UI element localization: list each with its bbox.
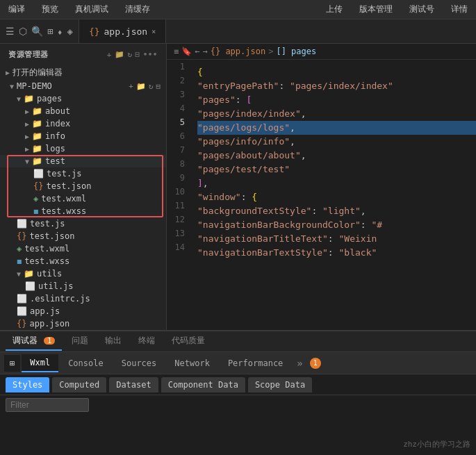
search-icon[interactable]: 🔍 xyxy=(31,26,43,37)
panel-tab-code-quality[interactable]: 代码质量 xyxy=(165,332,212,351)
panel-tab-debugger[interactable]: 调试器 1 xyxy=(6,332,62,351)
close-icon[interactable]: × xyxy=(151,28,156,35)
code-editor[interactable]: { "entryPagePath": "pages/index/index" "… xyxy=(192,60,476,330)
sidebar-item-about[interactable]: ▶ 📁 about xyxy=(0,105,166,117)
sidebar-item-test-json-inner[interactable]: {} test.json xyxy=(0,180,166,192)
code-line: "navigationBarTextStyle": "black" xyxy=(197,246,476,260)
folder-label: logs xyxy=(45,144,65,154)
menu-item-version[interactable]: 版本管理 xyxy=(356,2,395,17)
bottom-panel: 调试器 1 问题 输出 终端 代码质量 ⊞ Wxml Console Sourc… xyxy=(0,330,476,455)
more-icon[interactable]: ••• xyxy=(143,50,158,59)
sidebar-icons: ☰ ⬡ 🔍 ⊞ ⬧ ◈ xyxy=(0,19,79,43)
refresh-icon[interactable]: ↻ xyxy=(127,50,132,59)
breadcrumb-back[interactable]: ← xyxy=(195,47,199,56)
code-line: "pages/about/about", xyxy=(197,149,476,163)
file-label: test.wxss xyxy=(24,256,69,266)
code-line: "window": { xyxy=(197,190,476,204)
sidebar-item-pages[interactable]: ▼ 📁 pages xyxy=(0,92,166,105)
code-line-highlighted: "pages/logs/logs", xyxy=(197,121,476,135)
sidebar-item-info[interactable]: ▶ 📁 info xyxy=(0,130,166,142)
file-label: test.json xyxy=(29,231,74,241)
sidebar-item-utils[interactable]: ▼ 📁 utils xyxy=(0,267,166,280)
breadcrumb-forward[interactable]: → xyxy=(202,47,207,56)
menu-item-clear-cache[interactable]: 清缓存 xyxy=(122,2,153,17)
devtools-tab-wxml[interactable]: Wxml xyxy=(22,354,58,372)
files-icon[interactable]: ⬡ xyxy=(19,26,27,37)
wxml-icon: ◈ xyxy=(17,244,22,254)
menu-item-details[interactable]: 详情 xyxy=(448,2,470,17)
chevron-icon: ▼ xyxy=(17,270,21,278)
breadcrumb-icon: ≡ xyxy=(174,47,179,56)
editor-area: ≡ 🔖 ← → {} app.json > [] pages 1 2 3 4 5… xyxy=(167,44,476,330)
file-label: app.json xyxy=(29,319,69,329)
sidebar-item-test-js[interactable]: ⬜ test.js xyxy=(0,217,166,230)
sidebar-item-util-js[interactable]: ⬜ util.js xyxy=(0,280,166,292)
devtools-icon[interactable]: ⊞ xyxy=(4,355,20,372)
sidebar-item-test-wxml-inner[interactable]: ◈ test.wxml xyxy=(0,192,166,205)
folder-label: about xyxy=(45,106,70,116)
sidebar-item-test-js-inner[interactable]: ⬜ test.js xyxy=(0,167,166,180)
extension-icon[interactable]: ◈ xyxy=(67,26,72,37)
menu-item-test-num[interactable]: 测试号 xyxy=(407,2,437,17)
new-folder-icon[interactable]: 📁 xyxy=(115,50,125,59)
file-label: test.json xyxy=(46,181,91,191)
open-editors-header[interactable]: ▶ 打开的编辑器 xyxy=(0,65,166,80)
menu-item-device-debug[interactable]: 真机调试 xyxy=(72,2,111,17)
editor-tab-app-json[interactable]: {} app.json × xyxy=(79,19,166,43)
code-line: "backgroundTextStyle": "light", xyxy=(197,204,476,218)
sidebar-item-app-json[interactable]: {} app.json xyxy=(0,317,166,330)
sidebar-item-test-wxss-inner[interactable]: ◼ test.wxss xyxy=(0,205,166,217)
menu-item-compile[interactable]: 编译 xyxy=(6,2,28,17)
panel-tabs: 调试器 1 问题 输出 终端 代码质量 xyxy=(0,331,476,352)
js-icon: ⬜ xyxy=(33,169,44,179)
folder-icon: 📁 xyxy=(32,156,42,166)
panel-tab-issues[interactable]: 问题 xyxy=(65,332,95,351)
sidebar-item-test-folder[interactable]: ▼ 📁 test xyxy=(0,155,166,167)
add-folder-icon[interactable]: 📁 xyxy=(136,82,146,91)
devtools-tab-network[interactable]: Network xyxy=(166,355,218,372)
sidebar-tree: ▶ 打开的编辑器 ▼ MP-DEMO + 📁 ↻ ⊟ ▼ 📁 pages xyxy=(0,65,166,330)
sidebar-item-app-js[interactable]: ⬜ app.js xyxy=(0,305,166,317)
style-tab-scope[interactable]: Scope Data xyxy=(248,377,312,392)
sidebar-item-test-wxml[interactable]: ◈ test.wxml xyxy=(0,242,166,255)
code-line: "pages/test/test" xyxy=(197,163,476,176)
sidebar-item-test-wxss[interactable]: ◼ test.wxss xyxy=(0,255,166,267)
sidebar-item-index[interactable]: ▶ 📁 index xyxy=(0,117,166,130)
js-icon: ⬜ xyxy=(25,281,35,291)
collapse-project-icon[interactable]: ⊟ xyxy=(156,82,161,91)
open-editors-label: 打开的编辑器 xyxy=(13,67,63,78)
panel-tab-terminal[interactable]: 终端 xyxy=(131,332,162,351)
sidebar-item-eslintrc[interactable]: ⬜ .eslintrc.js xyxy=(0,292,166,305)
devtools-tab-console[interactable]: Console xyxy=(60,355,112,372)
filter-input[interactable] xyxy=(6,398,89,412)
devtools-tabs: ⊞ Wxml Console Sources Network Performan… xyxy=(0,352,476,374)
more-devtools-icon[interactable]: » xyxy=(293,354,306,372)
menu-icon[interactable]: ☰ xyxy=(6,26,15,37)
sidebar-item-test-json[interactable]: {} test.json xyxy=(0,230,166,242)
menu-item-upload[interactable]: 上传 xyxy=(323,2,345,17)
editor-content[interactable]: 1 2 3 4 5 6 7 8 9 10 11 12 13 14 { "entr… xyxy=(167,60,476,330)
sidebar-item-logs[interactable]: ▶ 📁 logs xyxy=(0,142,166,155)
json-icon: {} xyxy=(17,319,26,329)
panel-tab-output[interactable]: 输出 xyxy=(98,332,129,351)
devtools-tab-performance[interactable]: Performance xyxy=(220,355,291,372)
devtools-tab-sources[interactable]: Sources xyxy=(113,355,165,372)
style-tab-component[interactable]: Component Data xyxy=(161,377,245,392)
git-icon[interactable]: ⊞ xyxy=(47,26,53,37)
tab-file-icon: {} xyxy=(89,26,100,37)
collapse-icon[interactable]: ⊟ xyxy=(136,50,140,59)
project-name: MP-DEMO xyxy=(17,81,52,91)
breadcrumb-file: {} app.json xyxy=(211,47,265,56)
project-root[interactable]: ▼ MP-DEMO + 📁 ↻ ⊟ xyxy=(0,80,166,92)
file-label: test.wxml xyxy=(41,194,86,204)
menu-bar: 编译 预览 真机调试 清缓存 上传 版本管理 测试号 详情 xyxy=(0,0,476,19)
refresh-project-icon[interactable]: ↻ xyxy=(149,82,154,91)
new-file-icon[interactable]: + xyxy=(107,50,112,59)
add-file-icon[interactable]: + xyxy=(129,82,133,91)
debug-icon[interactable]: ⬧ xyxy=(57,26,63,37)
style-tab-computed[interactable]: Computed xyxy=(52,377,106,392)
js-icon: ⬜ xyxy=(17,219,27,229)
style-tab-dataset[interactable]: Dataset xyxy=(109,377,158,392)
style-tab-styles[interactable]: Styles xyxy=(6,377,49,392)
menu-item-preview[interactable]: 预览 xyxy=(39,2,61,17)
